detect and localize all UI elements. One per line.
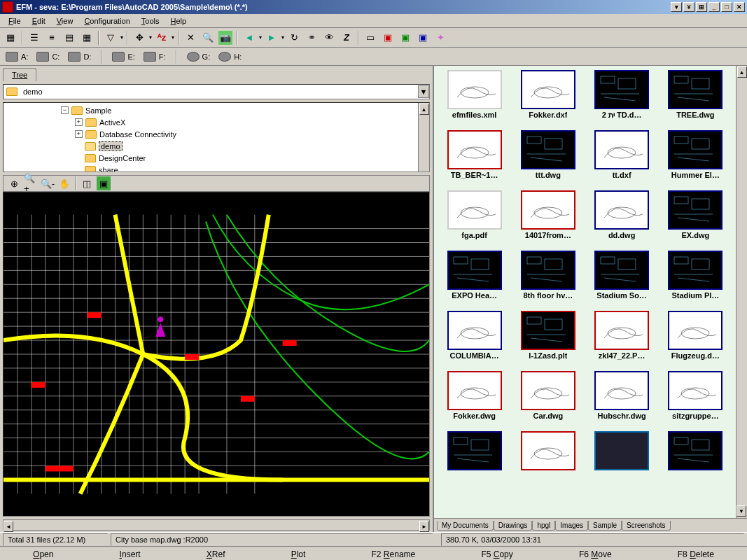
menu-tools[interactable]: Tools (136, 15, 165, 27)
fkey-insert[interactable]: Insert (120, 550, 141, 559)
menu-file[interactable]: File (3, 15, 27, 27)
menu-edit[interactable]: Edit (27, 15, 51, 27)
thumbnail-item[interactable] (659, 431, 732, 490)
camera-icon[interactable]: 📷 (218, 30, 233, 46)
eye-icon[interactable]: 👁 (321, 30, 337, 46)
dropdown-arrow-icon[interactable]: ▼ (418, 85, 429, 98)
folder-tab[interactable]: Drawings (494, 521, 533, 531)
thumbnail-item[interactable]: Stadium So… (586, 251, 658, 309)
layout-icon[interactable]: ▦ (3, 30, 18, 46)
thumbnail-item[interactable]: Car.dwg (512, 371, 584, 430)
thumbnail-item[interactable]: 2 ית TD.d… (586, 70, 658, 129)
move-icon[interactable]: ✥ (132, 30, 147, 46)
thumbnail-item[interactable]: EX.dwg (659, 190, 732, 249)
doc-icon[interactable]: ▭ (363, 30, 378, 46)
path-combo[interactable]: demo ▼ (3, 84, 430, 99)
cad-preview[interactable] (3, 192, 430, 517)
z-icon[interactable]: Z (339, 30, 354, 46)
binoculars-icon[interactable]: 🔍 (200, 30, 216, 46)
fkey-delete[interactable]: F8 Delete (678, 550, 714, 559)
thumbnail-item[interactable]: Fokker.dxf (512, 70, 584, 129)
thumbnail-item[interactable]: 14017from… (512, 190, 584, 249)
preview-hscrollbar[interactable]: ◄ ► (3, 519, 430, 531)
pan-icon[interactable]: ✋ (57, 176, 72, 191)
extra-button-1[interactable]: ▾ (671, 2, 682, 12)
thumbnail-item[interactable]: TB_BER~1… (438, 130, 510, 189)
folder-tab[interactable]: Images (555, 521, 588, 531)
fkey-copy[interactable]: F5 Copy (481, 550, 512, 559)
sparkle-icon[interactable]: ✦ (433, 30, 448, 46)
pdf-icon[interactable]: ▣ (380, 30, 396, 46)
menu-help[interactable]: Help (165, 15, 193, 27)
tree-collapse-icon[interactable]: − (61, 106, 69, 114)
thumbnail-item[interactable] (438, 431, 510, 490)
thumbnail-item[interactable]: TREE.dwg (659, 70, 732, 129)
tree-node-demo[interactable]: demo (99, 141, 123, 151)
tree-expand-icon[interactable]: + (75, 118, 83, 126)
word-icon[interactable]: ▣ (415, 30, 431, 46)
menu-configuration[interactable]: Configuration (78, 15, 135, 27)
thumbnail-item[interactable] (586, 431, 658, 490)
fkey-move[interactable]: F6 Move (579, 550, 612, 559)
refresh-icon[interactable]: ↻ (286, 30, 302, 46)
scroll-up-icon[interactable]: ▲ (419, 104, 429, 115)
tree-expand-icon[interactable]: + (75, 130, 83, 138)
thumbnail-item[interactable]: I-1Zasd.plt (512, 311, 584, 370)
thumbnail-item[interactable]: COLUMBIA… (438, 311, 510, 370)
back-icon[interactable]: ◄ (242, 30, 257, 46)
folder-tab[interactable]: hpgl (532, 521, 555, 531)
scroll-down-icon[interactable]: ▼ (736, 505, 746, 517)
thumbnail-item[interactable]: zkI47_22.P… (586, 311, 658, 370)
fkey-open[interactable]: Open (33, 550, 53, 559)
tree-node-activex[interactable]: ActiveX (99, 118, 125, 127)
fkey-rename[interactable]: F2 Rename (372, 550, 416, 559)
tree-node-sample[interactable]: Sample (85, 106, 111, 115)
scroll-right-icon[interactable]: ► (419, 521, 429, 532)
fit-icon[interactable]: ▣ (96, 176, 111, 191)
thumbnail-item[interactable]: dd.dwg (586, 190, 658, 249)
folder-tab[interactable]: My Documents (437, 521, 494, 531)
thumbnail-item[interactable] (512, 431, 584, 490)
folder-tab[interactable]: Sample (588, 521, 622, 531)
fkey-xref[interactable]: XRef (207, 550, 225, 559)
thumbnail-item[interactable]: efmfiles.xml (438, 70, 510, 129)
scroll-left-icon[interactable]: ◄ (4, 521, 13, 532)
link-icon[interactable]: ⚭ (304, 30, 319, 46)
thumbnail-item[interactable]: Stadium Pl… (659, 251, 732, 309)
drive-d[interactable]: D: (68, 52, 91, 62)
zoom-extents-icon[interactable]: ⊕ (6, 176, 22, 191)
thumbnail-item[interactable]: Fokker.dwg (438, 371, 510, 430)
view-small-icon[interactable]: ▤ (62, 30, 77, 46)
extra-button-2[interactable]: ¥ (683, 2, 694, 12)
delete-icon[interactable]: ✕ (183, 30, 198, 46)
minimize-button[interactable]: _ (708, 2, 720, 12)
excel-icon[interactable]: ▣ (398, 30, 413, 46)
thumbnail-item[interactable]: sitzgruppe… (659, 371, 732, 430)
zoom-out-icon[interactable]: 🔍- (40, 176, 55, 191)
drive-f[interactable]: F: (144, 52, 166, 62)
fkey-plot[interactable]: Plot (291, 550, 306, 559)
filter-icon[interactable]: ▽ (103, 30, 118, 46)
thumbnail-item[interactable]: 8th floor hv… (512, 251, 584, 309)
tree-scrollbar[interactable]: ▲ (418, 103, 429, 172)
folder-tab[interactable]: Screenshots (622, 521, 671, 531)
thumbnail-item[interactable]: fga.pdf (438, 190, 510, 249)
drive-a[interactable]: A: (6, 52, 28, 62)
drive-e[interactable]: E: (112, 52, 134, 62)
scroll-up-icon[interactable]: ▲ (737, 66, 747, 78)
zoom-in-icon[interactable]: 🔍+ (23, 176, 39, 191)
thumbnail-item[interactable]: EXPO Hea… (438, 251, 510, 309)
drive-h[interactable]: H: (218, 52, 242, 62)
sort-icon[interactable]: ᴬz (154, 30, 169, 46)
thumbnail-item[interactable]: Flugzeug.d… (659, 311, 732, 370)
tree-node-share[interactable]: share (99, 166, 118, 173)
view-details-icon[interactable]: ≡ (44, 30, 60, 46)
tree-tab[interactable]: Tree (3, 68, 36, 81)
maximize-button[interactable]: □ (721, 2, 732, 12)
tree-node-designcenter[interactable]: DesignCenter (99, 154, 146, 162)
thumbnail-item[interactable]: Hubschr.dwg (586, 371, 658, 430)
drive-g[interactable]: G: (187, 52, 211, 62)
thumbnail-item[interactable]: ttt.dwg (512, 130, 584, 189)
view-large-icon[interactable]: ▦ (79, 30, 95, 46)
forward-icon[interactable]: ► (264, 30, 279, 46)
